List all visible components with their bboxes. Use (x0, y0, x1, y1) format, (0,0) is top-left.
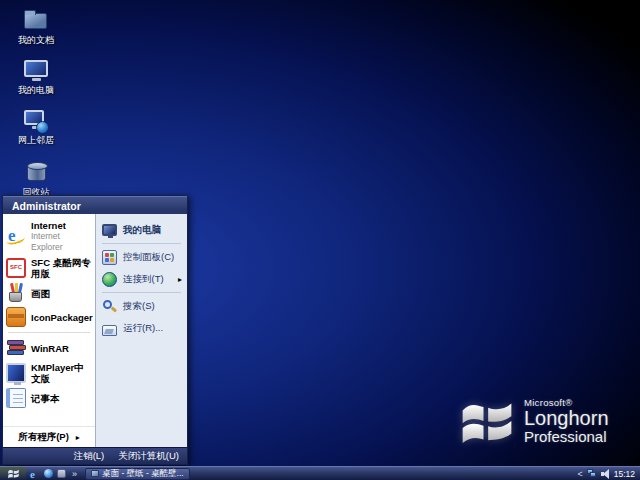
control-panel-icon (102, 250, 117, 265)
recycle-bin-icon (22, 160, 50, 184)
network-tray-icon[interactable] (587, 469, 597, 478)
item-label: 搜索(S) (123, 300, 183, 313)
watermark-product: Longhorn (524, 408, 609, 428)
notepad-icon (6, 388, 26, 408)
network-places-icon (22, 108, 50, 132)
user-name: Administrator (12, 200, 81, 212)
my-computer-icon (102, 224, 117, 236)
kmplayer-icon (6, 363, 26, 383)
start-menu-item-kmplayer[interactable]: KMPlayer中文版 (3, 360, 95, 386)
item-label: 控制面板(C) (123, 251, 183, 264)
submenu-arrow-icon: ▸ (76, 433, 80, 442)
desktop-icon-network-places[interactable]: 网上邻居 (4, 108, 68, 145)
all-programs-button[interactable]: 所有程序(P) ▸ (3, 426, 95, 447)
start-menu-places-column: 我的电脑 控制面板(C) 连接到(T) ▸ 搜索(S) (96, 214, 187, 447)
windows-flag-icon (458, 394, 516, 448)
item-label: WinRAR (31, 343, 69, 354)
start-menu-item-run[interactable]: 运行(R)... (96, 317, 187, 339)
quick-launch-ie-icon[interactable]: e (30, 469, 40, 479)
connect-to-icon (102, 272, 117, 287)
run-icon (102, 325, 117, 336)
desktop-icon-label: 我的文档 (4, 35, 68, 45)
start-menu-item-my-computer[interactable]: 我的电脑 (96, 219, 187, 241)
start-menu-item-paint[interactable]: 画图 (3, 281, 95, 305)
longhorn-watermark: Microsoft® Longhorn Professional (458, 394, 609, 448)
watermark-brand: Microsoft® (524, 398, 609, 408)
volume-tray-icon[interactable] (601, 469, 610, 478)
start-menu-item-iconpackager[interactable]: IconPackager (3, 305, 95, 329)
item-label: Internet (31, 220, 92, 231)
start-menu-separator (102, 292, 181, 293)
quick-launch-overflow-chevron[interactable]: » (72, 469, 77, 479)
start-menu-item-sfc[interactable]: SFC SFC 桌酷网专用版 (3, 255, 95, 281)
desktop-icon-recycle-bin[interactable]: 回收站 (4, 160, 68, 197)
desktop-icon-my-documents[interactable]: 我的文档 (4, 8, 68, 45)
item-label: 记事本 (31, 393, 60, 404)
taskbar: e » 桌面 - 壁纸 - 桌酷壁... < 15:12 (0, 466, 640, 480)
start-menu-item-connect-to[interactable]: 连接到(T) ▸ (96, 268, 187, 290)
watermark-edition: Professional (524, 429, 609, 444)
taskbar-clock[interactable]: 15:12 (614, 469, 635, 479)
system-tray: < 15:12 (577, 469, 640, 479)
start-menu-item-search[interactable]: 搜索(S) (96, 295, 187, 317)
desktop-icon-my-computer[interactable]: 我的电脑 (4, 58, 68, 95)
start-menu-item-internet[interactable]: e Internet Internet Explorer (3, 218, 95, 255)
start-menu-separator (102, 243, 181, 244)
desktop-icon-label: 网上邻居 (4, 135, 68, 145)
paint-icon (6, 283, 26, 303)
all-programs-label: 所有程序(P) (18, 431, 69, 444)
iconpackager-icon (6, 307, 26, 327)
start-menu-item-winrar[interactable]: WinRAR (3, 336, 95, 360)
shutdown-button[interactable]: 关闭计算机(U) (118, 450, 179, 463)
start-menu-user-banner: Administrator (3, 196, 187, 214)
start-menu-footer: 注销(L) 关闭计算机(U) (3, 447, 187, 464)
start-menu: Administrator e Internet Internet Explor… (2, 195, 188, 465)
item-sublabel: Internet Explorer (31, 231, 92, 253)
sfc-app-icon: SFC (6, 258, 26, 278)
my-documents-folder-icon (22, 8, 50, 32)
internet-explorer-icon: e (6, 227, 26, 247)
item-label: SFC 桌酷网专用版 (31, 257, 92, 279)
start-menu-pinned-column: e Internet Internet Explorer SFC SFC 桌酷网… (3, 214, 96, 447)
search-icon (102, 299, 117, 314)
log-off-button[interactable]: 注销(L) (74, 450, 105, 463)
submenu-arrow-icon: ▸ (178, 275, 183, 284)
desktop-icon-label: 我的电脑 (4, 85, 68, 95)
item-label: 画图 (31, 288, 50, 299)
start-menu-item-control-panel[interactable]: 控制面板(C) (96, 246, 187, 268)
quick-launch-globe-icon[interactable] (44, 469, 53, 478)
taskbar-task-button[interactable]: 桌面 - 壁纸 - 桌酷壁... (85, 468, 190, 480)
my-computer-icon (22, 58, 50, 82)
folder-icon (91, 470, 99, 477)
item-label: KMPlayer中文版 (31, 362, 92, 384)
windows-flag-icon (7, 468, 20, 479)
desktop: 我的文档 我的电脑 网上邻居 回收站 Microsoft® Longhorn P… (0, 0, 640, 480)
start-menu-item-notepad[interactable]: 记事本 (3, 386, 95, 410)
winrar-icon (6, 338, 26, 358)
item-label: 我的电脑 (123, 224, 183, 237)
item-label: 连接到(T) (123, 273, 172, 286)
item-label: 运行(R)... (123, 322, 183, 335)
tray-collapse-chevron[interactable]: < (577, 469, 582, 479)
quick-launch-bar: e » (30, 469, 77, 479)
item-label: IconPackager (31, 312, 93, 323)
start-button[interactable] (0, 467, 26, 480)
task-button-label: 桌面 - 壁纸 - 桌酷壁... (102, 468, 184, 480)
start-menu-separator (8, 332, 90, 333)
quick-launch-window-icon[interactable] (57, 469, 66, 478)
